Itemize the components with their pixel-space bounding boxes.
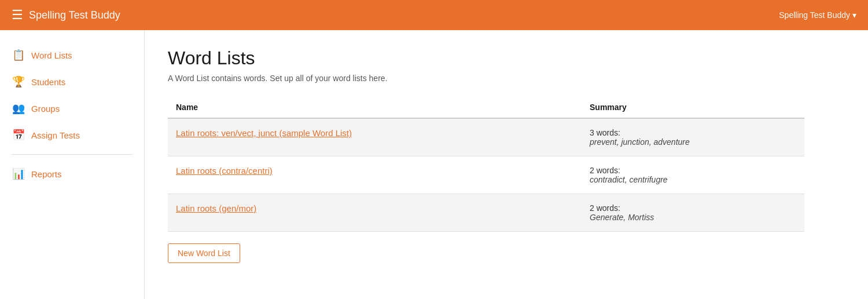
new-word-list-button[interactable]: New Word List (168, 243, 240, 263)
col-header-name: Name (168, 97, 582, 118)
table-row: Latin roots: ven/vect, junct (sample Wor… (168, 118, 804, 156)
user-label: Spelling Test Buddy (779, 10, 850, 20)
dropdown-icon: ▾ (852, 10, 856, 20)
brand: ☰ Spelling Test Buddy (12, 8, 120, 23)
table-cell-summary: 2 words:contradict, centrifugre (582, 156, 804, 194)
sidebar-item-groups[interactable]: 👥 Groups (0, 95, 144, 122)
sidebar-divider (12, 154, 133, 155)
table-row: Latin roots (gen/mor)2 words:Generate, M… (168, 194, 804, 232)
sidebar: 📋 Word Lists 🏆 Students 👥 Groups 📅 Assig… (0, 30, 145, 299)
word-count: 2 words: (590, 166, 796, 175)
table-cell-name: Latin roots: ven/vect, junct (sample Wor… (168, 118, 582, 156)
sidebar-item-word-lists[interactable]: 📋 Word Lists (0, 42, 144, 68)
sidebar-label-students: Students (31, 77, 65, 87)
word-list-words: prevent, junction, adventure (590, 137, 796, 147)
table-cell-summary: 3 words:prevent, junction, adventure (582, 118, 804, 156)
page-title: Word Lists (168, 48, 845, 69)
groups-icon: 👥 (12, 102, 25, 115)
main-content: Word Lists A Word List contains words. S… (145, 30, 868, 299)
word-list-link[interactable]: Latin roots (gen/mor) (176, 203, 256, 213)
table-header: Name Summary (168, 97, 804, 118)
table-row: Latin roots (contra/centri)2 words:contr… (168, 156, 804, 194)
table-body: Latin roots: ven/vect, junct (sample Wor… (168, 118, 804, 232)
assign-tests-icon: 📅 (12, 129, 25, 141)
students-icon: 🏆 (12, 75, 25, 88)
word-count: 2 words: (590, 203, 796, 213)
page-description: A Word List contains words. Set up all o… (168, 74, 845, 83)
sidebar-item-reports[interactable]: 📊 Reports (0, 161, 144, 187)
word-list-link[interactable]: Latin roots: ven/vect, junct (sample Wor… (176, 128, 352, 138)
word-lists-table: Name Summary Latin roots: ven/vect, junc… (168, 97, 804, 232)
page-layout: 📋 Word Lists 🏆 Students 👥 Groups 📅 Assig… (0, 30, 868, 299)
app-header: ☰ Spelling Test Buddy Spelling Test Budd… (0, 0, 868, 30)
sidebar-item-assign-tests[interactable]: 📅 Assign Tests (0, 122, 144, 148)
sidebar-label-reports: Reports (31, 169, 62, 179)
col-header-summary: Summary (582, 97, 804, 118)
sidebar-label-word-lists: Word Lists (31, 50, 72, 60)
table-cell-name: Latin roots (contra/centri) (168, 156, 582, 194)
sidebar-label-assign-tests: Assign Tests (31, 130, 80, 140)
reports-icon: 📊 (12, 167, 25, 180)
user-menu[interactable]: Spelling Test Buddy ▾ (779, 10, 856, 20)
brand-name: Spelling Test Buddy (29, 9, 120, 21)
word-list-link[interactable]: Latin roots (contra/centri) (176, 166, 273, 176)
word-lists-icon: 📋 (12, 49, 25, 61)
table-cell-name: Latin roots (gen/mor) (168, 194, 582, 232)
sidebar-label-groups: Groups (31, 104, 60, 114)
word-list-words: contradict, centrifugre (590, 175, 796, 184)
brand-icon: ☰ (12, 8, 23, 23)
sidebar-item-students[interactable]: 🏆 Students (0, 68, 144, 95)
word-count: 3 words: (590, 128, 796, 137)
table-cell-summary: 2 words:Generate, Mortiss (582, 194, 804, 232)
word-list-words: Generate, Mortiss (590, 213, 796, 222)
